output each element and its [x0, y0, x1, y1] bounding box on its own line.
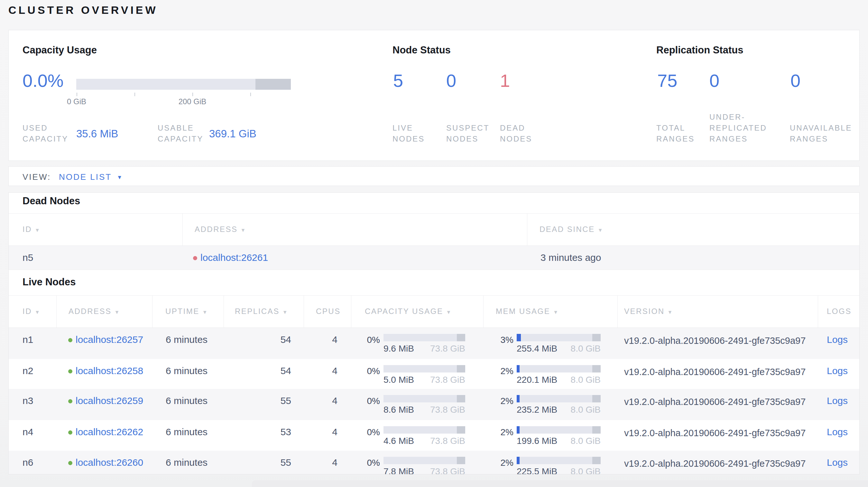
mem-minibar [517, 426, 601, 433]
capacity-minibar-endcap [457, 457, 465, 464]
sort-arrow-icon: ▼ [35, 310, 40, 315]
live-col-header-mem-usage[interactable]: MEM USAGE▼ [496, 307, 559, 316]
sort-arrow-icon: ▼ [35, 227, 40, 233]
cell-address: localhost:26258 [68, 365, 143, 376]
total-ranges-label: TOTAL RANGES [656, 123, 694, 144]
capacity-total: 73.8 GiB [430, 375, 465, 385]
capacity-minibar-endcap [457, 426, 465, 433]
capacity-total: 73.8 GiB [430, 466, 465, 475]
axis-tick [192, 93, 193, 96]
sort-arrow-icon: ▼ [115, 310, 120, 315]
logs-link[interactable]: Logs [827, 395, 848, 406]
under-replicated-label: UNDER- REPLICATED RANGES [709, 111, 767, 144]
mem-minibar-endcap [592, 457, 601, 464]
dead-nodes-rows: n5 localhost:26261 3 minutes ago [9, 246, 859, 269]
cell-logs: Logs [827, 334, 848, 345]
cell-uptime: 6 minutes [166, 365, 208, 376]
capacity-used: 8.6 MiB [383, 404, 414, 415]
dead-nodes-section-title: Dead Nodes [23, 195, 80, 207]
logs-link[interactable]: Logs [827, 457, 848, 468]
capacity-pct: 0% [335, 335, 380, 345]
mem-total: 8.0 GiB [571, 436, 601, 446]
mem-minibar [517, 365, 601, 372]
mem-used: 220.1 MiB [517, 375, 557, 385]
cell-version: v19.2.0-alpha.20190606-2491-gfe735c9a97 [624, 367, 806, 377]
cell-version: v19.2.0-alpha.20190606-2491-gfe735c9a97 [624, 397, 806, 407]
node-address-link[interactable]: localhost:26259 [75, 395, 143, 406]
dead-node-row: n5 localhost:26261 3 minutes ago [9, 246, 859, 269]
usable-capacity-value: 369.1 GiB [209, 128, 256, 140]
capacity-pct: 0% [335, 427, 380, 437]
live-nodes-rows: n1 localhost:26257 6 minutes 54 4 0% 9.6… [9, 328, 859, 475]
live-node-row: n1 localhost:26257 6 minutes 54 4 0% 9.6… [9, 328, 859, 359]
node-address-link[interactable]: localhost:26262 [75, 426, 143, 437]
cell-logs: Logs [827, 395, 848, 406]
view-dropdown-value: NODE LIST [59, 172, 112, 182]
live-col-header-replicas[interactable]: REPLICAS▼ [235, 307, 288, 316]
live-col-header-address[interactable]: ADDRESS▼ [68, 307, 120, 316]
mem-used: 225.5 MiB [517, 466, 557, 475]
mem-pct: 2% [469, 396, 514, 406]
cell-address: localhost:26257 [68, 334, 143, 345]
mem-pct: 2% [469, 366, 514, 376]
cell-id: n4 [23, 426, 33, 437]
capacity-minibar-endcap [457, 334, 465, 341]
live-status-dot-icon [68, 369, 72, 374]
cell-address: localhost:26261 [193, 252, 268, 263]
capacity-pct: 0% [335, 366, 380, 376]
bottom-panel-edge [252, 480, 868, 487]
capacity-minibar [383, 334, 465, 341]
node-address-link[interactable]: localhost:26258 [75, 365, 143, 376]
node-address-link[interactable]: localhost:26257 [75, 334, 143, 345]
capacity-bar [76, 79, 291, 90]
logs-link[interactable]: Logs [827, 334, 848, 345]
mem-minibar-endcap [592, 334, 601, 341]
logs-link[interactable]: Logs [827, 426, 848, 437]
mem-total: 8.0 GiB [571, 466, 601, 475]
capacity-total: 73.8 GiB [430, 344, 465, 354]
cell-address: localhost:26259 [68, 395, 143, 406]
cell-replicas: 55 [281, 395, 291, 406]
cell-id: n2 [23, 365, 33, 376]
suspect-nodes-count: 0 [446, 71, 456, 91]
dead-col-header-dead-since[interactable]: DEAD SINCE▼ [539, 225, 603, 234]
axis-tick [134, 93, 135, 96]
capacity-used: 7.8 MiB [383, 466, 414, 475]
dead-col-header-address[interactable]: ADDRESS▼ [195, 225, 246, 234]
divider [9, 295, 859, 296]
used-capacity-label: USED CAPACITY [23, 123, 68, 144]
cell-uptime: 6 minutes [166, 426, 208, 437]
cell-replicas: 55 [281, 457, 291, 468]
live-nodes-count: 5 [393, 71, 403, 91]
divider [9, 213, 859, 214]
logs-link[interactable]: Logs [827, 365, 848, 376]
capacity-used: 5.0 MiB [383, 375, 414, 385]
capacity-pct: 0% [335, 458, 380, 468]
axis-tick-label-0: 0 GiB [57, 97, 96, 106]
page-title: CLUSTER OVERVIEW [8, 4, 158, 17]
cell-id: n5 [23, 252, 33, 263]
node-address-link[interactable]: localhost:26261 [200, 252, 268, 263]
view-dropdown[interactable]: NODE LIST▼ [59, 172, 123, 182]
capacity-used: 4.6 MiB [383, 436, 414, 446]
cell-id: n1 [23, 334, 33, 345]
live-col-header-uptime[interactable]: UPTIME▼ [165, 307, 208, 316]
sort-arrow-icon: ▼ [282, 310, 288, 315]
live-col-header-id[interactable]: ID▼ [23, 307, 40, 316]
node-address-link[interactable]: localhost:26260 [75, 457, 143, 468]
sort-arrow-icon: ▼ [668, 310, 673, 315]
sort-arrow-icon: ▼ [598, 227, 603, 233]
sort-arrow-icon: ▼ [553, 310, 559, 315]
cell-logs: Logs [827, 457, 848, 468]
cell-uptime: 6 minutes [166, 395, 208, 406]
usable-capacity-label: USABLE CAPACITY [158, 123, 203, 144]
divider [9, 269, 859, 270]
mem-minibar-fill [517, 426, 520, 433]
live-col-header-capacity-usage[interactable]: CAPACITY USAGE▼ [365, 307, 452, 316]
live-col-header-version[interactable]: VERSION▼ [624, 307, 673, 316]
node-status-title: Node Status [393, 44, 451, 56]
dead-col-header-id[interactable]: ID▼ [23, 225, 40, 234]
live-status-dot-icon [68, 430, 72, 434]
cell-logs: Logs [827, 426, 848, 437]
cell-replicas: 54 [281, 334, 291, 345]
